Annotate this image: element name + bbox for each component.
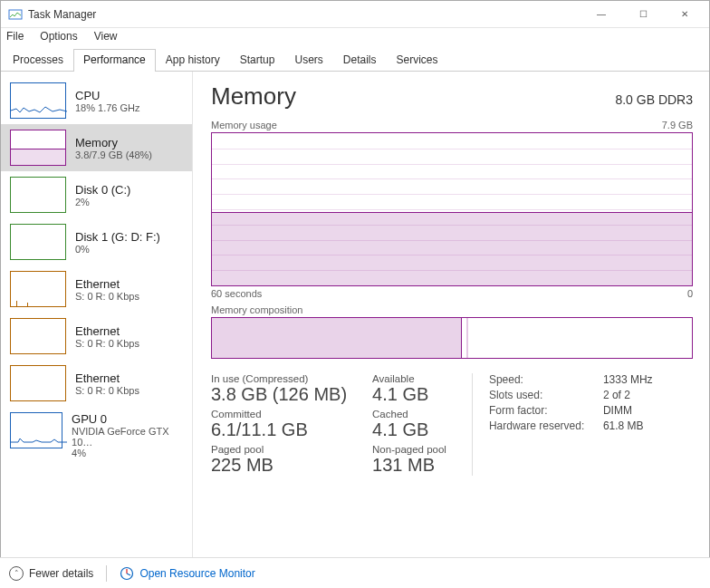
gpu-title: GPU 0 [72,412,185,426]
gpu-text: GPU 0 NVIDIA GeForce GTX 10… 4% [72,412,185,458]
eth1-title: Ethernet [75,277,139,291]
usage-label-right: 7.9 GB [662,120,693,130]
memory-usage-graph[interactable] [211,132,693,286]
menu-options[interactable]: Options [40,30,77,43]
open-resource-monitor-link[interactable]: Open Resource Monitor [120,566,254,581]
open-resource-monitor-label: Open Resource Monitor [139,567,254,580]
tab-bar: Processes Performance App history Startu… [1,48,709,72]
memory-spec: 8.0 GB DDR3 [615,92,693,107]
available-value: 4.1 GB [372,384,446,405]
inuse-value: 3.8 GB (126 MB) [211,384,347,405]
eth3-sub: S: 0 R: 0 Kbps [75,385,139,396]
paged-value: 225 MB [211,455,347,476]
nonpaged-label: Non-paged pool [372,444,446,455]
memory-title: Memory [75,136,152,149]
axis-left: 60 seconds [211,288,262,299]
cpu-sub: 18% 1.76 GHz [75,102,140,113]
tab-performance[interactable]: Performance [73,49,156,72]
app-icon [8,7,23,22]
composition-divider [466,318,468,358]
eth3-title: Ethernet [75,371,139,385]
usage-label-row: Memory usage 7.9 GB [211,120,693,130]
gpu-thumb [10,412,62,448]
sidebar-item-ethernet-2[interactable]: Ethernet S: 0 R: 0 Kbps [1,313,192,360]
maximize-button[interactable]: ☐ [622,1,664,28]
sidebar-item-ethernet-3[interactable]: Ethernet S: 0 R: 0 Kbps [1,360,192,407]
sidebar-item-disk-1[interactable]: Disk 1 (G: D: F:) 0% [1,218,192,265]
hw-val: 61.8 MB [603,419,644,432]
stats-area: In use (Compressed) 3.8 GB (126 MB) Avai… [211,373,693,476]
memory-composition-bar[interactable] [211,317,693,359]
composition-inuse [212,318,462,358]
composition-label: Memory composition [211,304,693,315]
tab-processes[interactable]: Processes [3,49,73,72]
usage-axis: 60 seconds 0 [211,288,693,299]
window-title: Task Manager [28,8,96,21]
tab-services[interactable]: Services [387,49,448,72]
tab-details[interactable]: Details [333,49,387,72]
sidebar-item-disk-0[interactable]: Disk 0 (C:) 2% [1,171,192,218]
memory-text: Memory 3.8/7.9 GB (48%) [75,130,152,166]
sidebar-item-cpu[interactable]: CPU 18% 1.76 GHz [1,77,192,124]
disk0-sub: 2% [75,197,130,207]
nonpaged-value: 131 MB [372,455,446,476]
inuse-label: In use (Compressed) [211,373,347,384]
footer-divider [106,565,107,582]
menu-view[interactable]: View [94,30,118,43]
close-button[interactable]: ✕ [664,1,705,28]
disk1-text: Disk 1 (G: D: F:) 0% [75,224,160,260]
cpu-text: CPU 18% 1.76 GHz [75,82,140,119]
axis-right: 0 [687,288,693,299]
committed-label: Committed [211,409,347,419]
memory-thumb [10,130,66,166]
eth2-thumb [10,318,66,354]
hw-key: Hardware reserved: [489,419,596,432]
committed-value: 6.1/11.1 GB [211,419,347,440]
eth1-thumb [10,271,66,307]
window-controls: — ☐ ✕ [580,1,705,28]
disk1-thumb [10,224,66,260]
content: CPU 18% 1.76 GHz Memory 3.8/7.9 GB (48%)… [1,72,709,565]
main-panel: Memory 8.0 GB DDR3 Memory usage 7.9 GB 6… [193,72,709,565]
tab-startup[interactable]: Startup [230,49,285,72]
disk0-title: Disk 0 (C:) [75,183,130,197]
minimize-button[interactable]: — [580,1,622,28]
usage-fill [212,212,692,285]
tab-users[interactable]: Users [284,49,332,72]
disk1-title: Disk 1 (G: D: F:) [75,230,160,244]
sidebar-item-memory[interactable]: Memory 3.8/7.9 GB (48%) [1,124,192,171]
eth2-title: Ethernet [75,324,139,338]
eth1-text: Ethernet S: 0 R: 0 Kbps [75,271,139,307]
fewer-details-button[interactable]: ˄ Fewer details [9,566,93,581]
cached-value: 4.1 GB [372,419,446,440]
speed-key: Speed: [489,373,596,386]
stats-right: Speed:1333 MHz Slots used:2 of 2 Form fa… [472,373,653,476]
stats-left: In use (Compressed) 3.8 GB (126 MB) Avai… [211,373,446,476]
sidebar-item-ethernet-1[interactable]: Ethernet S: 0 R: 0 Kbps [1,265,192,313]
eth2-sub: S: 0 R: 0 Kbps [75,338,139,349]
cpu-title: CPU [75,89,140,102]
available-label: Available [372,373,446,384]
disk1-sub: 0% [75,244,160,255]
sidebar-item-gpu[interactable]: GPU 0 NVIDIA GeForce GTX 10… 4% [1,407,192,464]
main-header: Memory 8.0 GB DDR3 [211,82,693,111]
cpu-thumb [10,82,66,119]
eth1-sub: S: 0 R: 0 Kbps [75,291,139,302]
disk0-text: Disk 0 (C:) 2% [75,177,130,213]
footer: ˄ Fewer details Open Resource Monitor [0,557,710,588]
usage-label-left: Memory usage [211,120,277,130]
disk0-thumb [10,177,66,213]
eth3-text: Ethernet S: 0 R: 0 Kbps [75,365,139,401]
paged-label: Paged pool [211,444,347,455]
menu-bar: File Options View [1,28,709,48]
gpu-sub2: 4% [72,448,185,458]
eth2-text: Ethernet S: 0 R: 0 Kbps [75,318,139,354]
tab-app-history[interactable]: App history [156,49,230,72]
page-title: Memory [211,82,296,111]
memory-sub: 3.8/7.9 GB (48%) [75,149,152,160]
form-val: DIMM [603,404,632,417]
title-bar: Task Manager — ☐ ✕ [1,1,709,28]
eth3-thumb [10,365,66,401]
menu-file[interactable]: File [6,30,24,43]
chevron-up-icon: ˄ [9,566,24,581]
